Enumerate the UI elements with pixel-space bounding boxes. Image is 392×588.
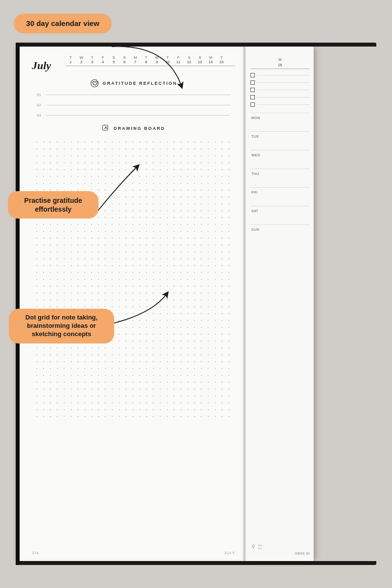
line-number: 01 bbox=[37, 93, 46, 97]
checkbox-row bbox=[250, 102, 310, 107]
annotation-dotgrid: Dot grid for note taking,brainstorming i… bbox=[9, 309, 114, 343]
day-letter: S bbox=[184, 55, 195, 60]
checkbox[interactable] bbox=[250, 80, 255, 85]
day-letters-row: TWTFSSMTWTFSSMT bbox=[65, 55, 235, 60]
drawing-section: DRAWING BOARD bbox=[32, 124, 235, 421]
lightbulb-icon bbox=[250, 544, 256, 550]
line-number: 03 bbox=[37, 113, 46, 118]
page-footer: 174 JULY bbox=[32, 551, 235, 555]
day-letter: T bbox=[87, 55, 98, 60]
day-number: 2 bbox=[76, 60, 87, 64]
spine-shadow bbox=[244, 47, 246, 561]
book-cover-top bbox=[16, 43, 376, 47]
book-container: July TWTFSSMTWTFSSMT 1234567891011121314… bbox=[20, 47, 372, 561]
right-footer-week: WEEK 30 bbox=[295, 552, 310, 555]
checkbox-line bbox=[257, 82, 310, 83]
day-letter: W bbox=[151, 55, 162, 60]
right-page-footer: Wr...lev... WEEK 30 bbox=[250, 544, 310, 555]
day-letter: M bbox=[205, 55, 216, 60]
day-row: SAT bbox=[250, 206, 310, 224]
day-row: THU bbox=[250, 169, 310, 187]
checkbox-line bbox=[257, 97, 310, 98]
pencil-icon bbox=[102, 124, 110, 132]
checkbox-line bbox=[257, 90, 310, 90]
day-letter: S bbox=[119, 55, 130, 60]
line-number: 02 bbox=[37, 103, 46, 107]
page-right: W 16 MONTUEWEDTHUFRISATSUN Wr...lev... W… bbox=[245, 47, 314, 561]
day-letter: S bbox=[195, 55, 205, 60]
dot-grid bbox=[32, 137, 235, 421]
day-number: 8 bbox=[141, 60, 151, 64]
right-day-header: MONTUEWEDTHUFRISATSUN bbox=[250, 113, 310, 243]
day-number: 7 bbox=[130, 60, 141, 64]
line-rule bbox=[46, 115, 230, 116]
line-rule bbox=[46, 95, 230, 95]
day-number: 12 bbox=[184, 60, 195, 64]
day-row: TUE bbox=[250, 131, 310, 150]
annotation-gratitude-text: Practise gratitudeeffortlessly bbox=[24, 196, 82, 213]
day-number: 4 bbox=[98, 60, 108, 64]
day-number: 3 bbox=[87, 60, 98, 64]
checkbox[interactable] bbox=[250, 102, 255, 107]
checkbox[interactable] bbox=[250, 95, 255, 99]
book-cover-left bbox=[16, 43, 20, 565]
day-letter: T bbox=[65, 55, 76, 60]
calendar-header: July TWTFSSMTWTFSSMT 1234567891011121314… bbox=[32, 55, 235, 72]
day-numbers-row: 123456789101112131415 bbox=[65, 60, 235, 66]
day-letter: S bbox=[108, 55, 119, 60]
day-number: 15 bbox=[216, 60, 227, 64]
day-number: 6 bbox=[119, 60, 130, 64]
day-letter: W bbox=[76, 55, 87, 60]
day-letter: F bbox=[98, 55, 108, 60]
svg-point-2 bbox=[252, 545, 255, 547]
day-number: 10 bbox=[162, 60, 173, 64]
month-title: July bbox=[32, 55, 61, 72]
right-col-number: 16 bbox=[250, 63, 310, 69]
day-number: 5 bbox=[108, 60, 119, 64]
checkbox-line bbox=[257, 104, 310, 105]
day-row: SUN bbox=[250, 224, 310, 243]
day-number: 14 bbox=[205, 60, 216, 64]
checkbox-row bbox=[250, 80, 310, 85]
checkbox-row bbox=[250, 95, 310, 99]
day-row: WED bbox=[250, 150, 310, 169]
checkboxes bbox=[250, 73, 310, 107]
page-left: July TWTFSSMTWTFSSMT 1234567891011121314… bbox=[20, 47, 245, 561]
drawing-board-title: DRAWING BOARD bbox=[114, 126, 165, 131]
line-rule bbox=[46, 105, 230, 105]
annotation-30day-text: 30 day calendar view bbox=[26, 19, 99, 27]
book-cover-bottom bbox=[16, 561, 376, 565]
day-number: 13 bbox=[195, 60, 205, 64]
day-letter: T bbox=[141, 55, 151, 60]
checkbox[interactable] bbox=[250, 73, 255, 77]
lightbulb-text: Wr...lev... bbox=[258, 544, 264, 550]
day-letter: M bbox=[130, 55, 141, 60]
gratitude-line: 02 bbox=[37, 103, 230, 107]
day-number: 9 bbox=[151, 60, 162, 64]
heart-icon bbox=[90, 79, 99, 88]
day-letter: T bbox=[162, 55, 173, 60]
checkbox[interactable] bbox=[250, 88, 255, 92]
gratitude-line: 01 bbox=[37, 93, 230, 97]
annotation-30day: 30 day calendar view bbox=[14, 14, 112, 33]
footer-page-number: 174 bbox=[32, 551, 38, 555]
checkbox-line bbox=[257, 75, 310, 75]
annotation-gratitude: Practise gratitudeeffortlessly bbox=[8, 191, 98, 219]
annotation-dotgrid-text: Dot grid for note taking,brainstorming i… bbox=[25, 314, 98, 338]
checkbox-row bbox=[250, 73, 310, 77]
day-letter: F bbox=[173, 55, 184, 60]
checkbox-row bbox=[250, 88, 310, 92]
day-number: 1 bbox=[65, 60, 76, 64]
right-col-letter: W bbox=[250, 57, 310, 62]
day-row: FRI bbox=[250, 187, 310, 206]
day-number: 11 bbox=[173, 60, 184, 64]
gratitude-lines: 010203 bbox=[37, 93, 230, 118]
footer-month: JULY bbox=[224, 551, 235, 555]
gratitude-line: 03 bbox=[37, 113, 230, 118]
day-letter: T bbox=[216, 55, 227, 60]
gratitude-section-header: GRATITUDE REFLECTION bbox=[32, 79, 235, 88]
calendar-days: TWTFSSMTWTFSSMT 123456789101112131415 bbox=[65, 55, 235, 66]
gratitude-title: GRATITUDE REFLECTION bbox=[103, 81, 177, 86]
drawing-board-header: DRAWING BOARD bbox=[32, 124, 235, 132]
day-row: MON bbox=[250, 113, 310, 131]
